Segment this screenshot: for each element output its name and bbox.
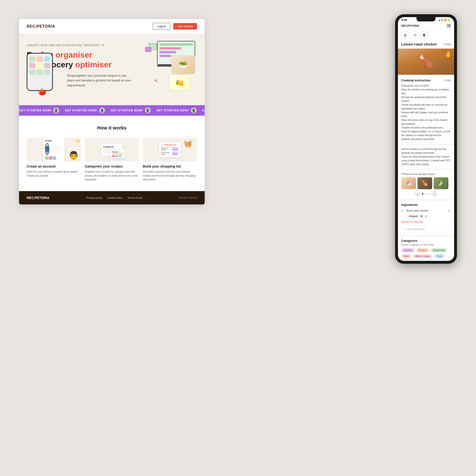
shop-item-row: Big green pepper 1 pound bbox=[161, 147, 179, 151]
privacy-link[interactable]: Privacy policy bbox=[86, 196, 102, 199]
hamburger-line bbox=[447, 24, 451, 25]
hero-section: CREATE YOUR OWN BELOVED RECIPE TERRITORY… bbox=[19, 34, 205, 105]
photo-3[interactable]: 🥬 bbox=[434, 177, 448, 189]
new-ingredient-placeholder: New ingredient bbox=[407, 228, 425, 231]
plus-icon: + bbox=[404, 227, 406, 231]
how-it-works-title: How it works bbox=[27, 125, 197, 131]
photo-next-button[interactable]: → bbox=[432, 191, 438, 197]
phone-screen: 9:30 ▲▼ 📶 🔋 REC|PETORIA 🖨 ◁ 🗑 bbox=[398, 17, 454, 261]
shop-card-title: 🛒 Shopping list bbox=[161, 144, 179, 146]
print-button[interactable]: 🖨 bbox=[401, 31, 409, 39]
step-1-image: Profile 👤 bbox=[27, 138, 81, 162]
step-shopping: 🛒 Shopping list Big green pepper 1 pound… bbox=[143, 138, 197, 182]
tag-dinners[interactable]: Dinners bbox=[416, 248, 429, 253]
tags-row-2: Meat Mom's recipes Oven bbox=[401, 254, 451, 258]
how-it-works-section: How it works Profile 👤 bbox=[19, 116, 205, 191]
delete-button[interactable]: 🗑 bbox=[420, 31, 428, 39]
shopping-basket-icon: 🧺 bbox=[184, 140, 192, 148]
ticker-avatar: 👤 bbox=[145, 108, 151, 113]
get-started-button[interactable]: Get started bbox=[173, 23, 197, 30]
shop-item-row: Fresh basil leaves 1 pacco bbox=[161, 151, 179, 155]
step-2-title: Categories your recipes bbox=[85, 165, 139, 168]
section-header: Cooking instruction ✏ Edit bbox=[401, 79, 451, 82]
photos-section: Photos you've already added 🐔 🍖 🥬 ← → bbox=[398, 170, 454, 199]
ticker-item: GET STARTED NOW! 👤 bbox=[156, 108, 196, 113]
profile-photo: 👤 bbox=[45, 143, 49, 155]
new-ingredient-row[interactable]: + New ingredient bbox=[401, 226, 451, 233]
photo-dot bbox=[429, 193, 430, 195]
ingredients-section: Ingredients 1 Rural-style chicken 🗑 kilo… bbox=[398, 201, 454, 235]
ticker-avatar: 👤 bbox=[191, 108, 197, 113]
tag-gluten-free[interactable]: Gluten-free bbox=[430, 248, 447, 253]
food-images-area: 🥗 🍋 bbox=[152, 53, 200, 101]
login-button[interactable]: Log in bbox=[153, 23, 170, 30]
action-buttons: 🖨 ◁ 🗑 bbox=[398, 29, 454, 41]
ingredient-unit-row: kilogram gram pound 2 bbox=[401, 214, 451, 219]
categories-title: Categories bbox=[401, 239, 451, 242]
website-footer: REC|PETORIA Privacy policy Cookie policy… bbox=[19, 191, 205, 204]
recipe-title: Lemon roast chicken bbox=[401, 42, 437, 46]
cooking-instructions-section: Cooking instruction ✏ Edit Preheat the o… bbox=[398, 76, 454, 143]
photo-dot bbox=[426, 193, 428, 195]
categories-section: Categories Assign a category to the reci… bbox=[398, 237, 454, 261]
ingredient-delete-button[interactable]: 🗑 bbox=[448, 209, 451, 212]
phone-device: 9:30 ▲▼ 📶 🔋 REC|PETORIA 🖨 ◁ 🗑 bbox=[395, 14, 457, 264]
photo-dot bbox=[422, 193, 423, 195]
ticker-content: GET STARTED NOW! 👤 GET STARTED NOW! 👤 GE… bbox=[19, 108, 205, 113]
ticker-item: GET STARTED NOW! 👤 bbox=[19, 108, 59, 113]
shopping-card: 🛒 Shopping list Big green pepper 1 pound… bbox=[159, 142, 181, 157]
tags-row: Chicken Dinners Gluten-free bbox=[401, 248, 451, 253]
recipe-image: 🍗 🤚 bbox=[398, 49, 454, 75]
website-section: REC|PETORIA Log in Get started CREATE YO… bbox=[19, 19, 205, 204]
ticker-item: GET STARTED NOW! 👤 bbox=[65, 108, 105, 113]
terms-link[interactable]: Terms of use bbox=[127, 196, 142, 199]
ticker-avatar: 👤 bbox=[53, 108, 59, 113]
phone-signal: ▲▼ 📶 🔋 bbox=[438, 19, 450, 21]
tag-meat[interactable]: Meat bbox=[401, 254, 411, 258]
cookie-link[interactable]: Cookie policy bbox=[107, 196, 122, 199]
cooking-text: Preheat the oven to 200°C. Place the chi… bbox=[401, 84, 451, 141]
ingredient-num: 1 bbox=[401, 209, 405, 212]
cooking-edit[interactable]: ✏ Edit bbox=[444, 79, 451, 82]
ticker-item: GET STARTED NOW! 👤 bbox=[111, 108, 151, 113]
how-steps: Profile 👤 bbox=[27, 138, 197, 182]
hamburger-menu[interactable] bbox=[447, 24, 451, 27]
footer-rights: All right reserved bbox=[179, 196, 197, 199]
star-badge: ⭐ bbox=[76, 139, 80, 143]
tag-oven[interactable]: Oven bbox=[434, 254, 444, 258]
ingredients-title: Ingredients bbox=[401, 203, 451, 206]
step-3-title: Build your shopping list bbox=[143, 165, 197, 168]
ticker-item: GET STARTED NOW! 👤 bbox=[202, 108, 205, 113]
hamburger-line bbox=[447, 27, 451, 27]
photos-title: Photos you've already added bbox=[401, 172, 451, 175]
step-2-desc: Organise your recipes by category and ad… bbox=[85, 170, 139, 182]
phone-status-bar: 9:30 ▲▼ 📶 🔋 bbox=[398, 17, 454, 22]
tag-chicken[interactable]: Chicken bbox=[401, 248, 415, 253]
unit-qty: 2 bbox=[425, 215, 426, 218]
share-button[interactable]: ◁ bbox=[411, 31, 418, 39]
website-logo: REC|PETORIA bbox=[27, 24, 55, 29]
step-2-image: Categories Recipes bbox=[85, 138, 139, 162]
photo-1[interactable]: 🐔 bbox=[401, 177, 416, 189]
website-header: REC|PETORIA Log in Get started bbox=[19, 19, 205, 34]
cursor-icon: ↖ bbox=[154, 78, 158, 84]
chicken-in-oven-image: 🍗 bbox=[419, 55, 433, 68]
categories-subtitle: Assign a category to the recipe bbox=[401, 243, 451, 246]
step-1-desc: Don't let your culinary creativity go to… bbox=[27, 170, 81, 178]
website-nav: Log in Get started bbox=[153, 23, 197, 30]
step-1-title: Create an account bbox=[27, 165, 81, 168]
phone-illustration: 🍅 bbox=[27, 53, 58, 93]
recipe-edit-link[interactable]: ✏ Edit bbox=[443, 43, 451, 46]
unit-select[interactable]: kilogram gram pound bbox=[407, 214, 424, 219]
step-create-account: Profile 👤 bbox=[27, 138, 81, 182]
step-categories: Categories Recipes bbox=[85, 138, 139, 182]
footer-links: Privacy policy Cookie policy Terms of us… bbox=[86, 196, 142, 199]
photo-2[interactable]: 🍖 bbox=[417, 177, 432, 189]
tag-moms-recipes[interactable]: Mom's recipes bbox=[413, 254, 433, 258]
photos-row: 🐔 🍖 🥬 bbox=[401, 177, 451, 189]
ticker-section: GET STARTED NOW! 👤 GET STARTED NOW! 👤 GE… bbox=[19, 105, 205, 116]
add-to-shop-link[interactable]: Add item to shop list bbox=[401, 221, 451, 223]
photo-prev-button[interactable]: ← bbox=[415, 191, 420, 197]
footer-logo: REC|PETORIA bbox=[27, 196, 49, 200]
ticker-avatar: 👤 bbox=[99, 108, 105, 113]
